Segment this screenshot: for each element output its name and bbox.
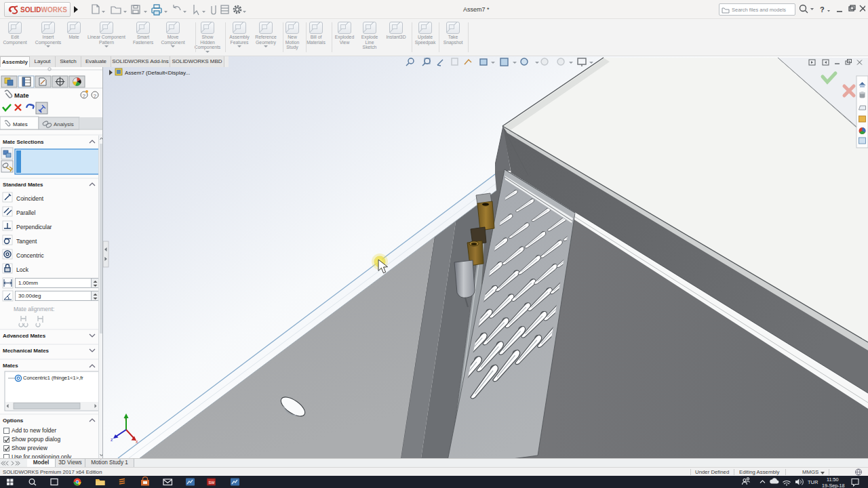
svg-text:Assem7 (Default<Display...: Assem7 (Default<Display... [125, 70, 190, 76]
svg-text:Mate Selections: Mate Selections [3, 139, 44, 145]
svg-text:?: ? [94, 93, 97, 99]
svg-text:Mate: Mate [14, 92, 29, 99]
svg-text:?: ? [83, 93, 86, 99]
svg-text:Y: Y [124, 417, 127, 422]
svg-text:SW: SW [209, 481, 216, 485]
svg-text:Standard Mates: Standard Mates [3, 182, 43, 188]
svg-text:SOLIDWORKS: SOLIDWORKS [20, 6, 67, 14]
svg-text:19-Sep-18: 19-Sep-18 [822, 483, 845, 488]
svg-text:Analysis: Analysis [54, 121, 74, 127]
svg-text:x: x [136, 439, 138, 444]
svg-text:?: ? [820, 5, 825, 14]
svg-text:Mates: Mates [13, 121, 28, 127]
svg-text:TUR: TUR [808, 479, 818, 485]
svg-text:z: z [111, 437, 113, 442]
